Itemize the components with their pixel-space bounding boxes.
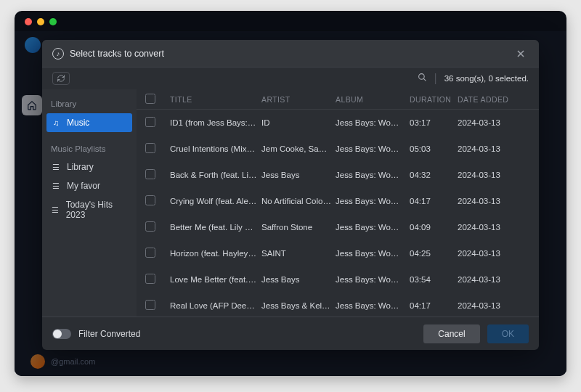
- cell-album: Jess Bays: Women I...: [336, 197, 405, 205]
- sidebar-item-library[interactable]: ☰ Library: [42, 158, 137, 176]
- cell-album: Jess Bays: Women I...: [336, 275, 405, 284]
- cell-duration: 04:09: [410, 223, 453, 232]
- cell-date: 2024-03-13: [458, 275, 516, 284]
- row-checkbox[interactable]: [145, 248, 155, 258]
- filter-converted-toggle[interactable]: [52, 329, 71, 339]
- modal-body: Library ♫ Music Music Playlists ☰ Librar…: [42, 89, 539, 317]
- cell-title: Crying Wolf (feat. Alex ...: [170, 197, 257, 205]
- sidebar-item-label: My favor: [67, 181, 100, 191]
- sidebar-item-label: Music: [67, 118, 89, 128]
- table-row[interactable]: Horizon (feat. Hayley ...SAINTJess Bays:…: [137, 240, 539, 266]
- refresh-button[interactable]: [52, 72, 70, 85]
- sidebar-item-label: Today's Hits 2023: [66, 200, 128, 220]
- cell-artist: Jess Bays & Kelli-L...: [261, 301, 331, 310]
- cell-duration: 03:17: [410, 118, 453, 127]
- app-window: @gmail.com ♪ Select tracks to convert | …: [15, 11, 566, 376]
- cell-artist: SAINT: [261, 249, 331, 258]
- cell-album: Jess Bays: Women I...: [336, 118, 405, 127]
- col-title[interactable]: TITLE: [170, 95, 257, 104]
- cell-album: Jess Bays: Women I...: [336, 249, 405, 258]
- cell-date: 2024-03-13: [458, 144, 516, 153]
- row-checkbox[interactable]: [145, 169, 155, 179]
- cell-title: Better Me (feat. Lily Mc...: [170, 223, 257, 232]
- modal-header: ♪ Select tracks to convert: [42, 40, 539, 68]
- cell-title: Cruel Intentions (Mixed): [170, 144, 257, 153]
- cell-title: Love Me Better (feat. L...: [170, 275, 257, 284]
- row-checkbox[interactable]: [145, 117, 155, 127]
- cell-artist: ID: [261, 118, 331, 127]
- track-table: TITLE ARTIST ALBUM DURATION DATE ADDED I…: [137, 89, 539, 317]
- window-controls: [25, 18, 57, 25]
- cell-duration: 04:17: [410, 301, 453, 310]
- ok-button[interactable]: OK: [487, 324, 529, 343]
- minimize-window-icon[interactable]: [37, 18, 44, 25]
- select-all-checkbox[interactable]: [145, 94, 155, 104]
- selection-count: 36 song(s), 0 selected.: [444, 74, 529, 83]
- cell-artist: Jess Bays: [261, 275, 331, 284]
- cell-duration: 04:32: [410, 171, 453, 179]
- sidebar-item-my-favor[interactable]: ☰ My favor: [42, 176, 137, 195]
- sidebar: Library ♫ Music Music Playlists ☰ Librar…: [42, 89, 137, 317]
- list-icon: ☰: [51, 205, 60, 215]
- modal-toolbar: | 36 song(s), 0 selected.: [42, 68, 539, 89]
- sidebar-heading-library: Library: [42, 97, 137, 113]
- cell-date: 2024-03-13: [458, 301, 516, 310]
- table-row[interactable]: Real Love (AFP Deep Li...Jess Bays & Kel…: [137, 293, 539, 317]
- cell-album: Jess Bays: Women I...: [336, 144, 405, 153]
- cell-duration: 04:25: [410, 249, 453, 258]
- col-artist[interactable]: ARTIST: [261, 95, 331, 104]
- col-album[interactable]: ALBUM: [336, 95, 405, 104]
- col-date[interactable]: DATE ADDED: [458, 95, 516, 104]
- cell-artist: Jem Cooke, Sam D...: [261, 144, 331, 153]
- list-icon: ☰: [51, 181, 61, 191]
- cell-album: Jess Bays: Women I...: [336, 301, 405, 310]
- row-checkbox[interactable]: [145, 143, 155, 153]
- sidebar-item-label: Library: [67, 162, 94, 172]
- music-note-icon: ♪: [52, 48, 64, 60]
- cancel-button[interactable]: Cancel: [423, 324, 479, 343]
- cell-duration: 05:03: [410, 144, 453, 153]
- modal-footer: Filter Converted Cancel OK: [42, 317, 539, 350]
- cell-artist: Jess Bays: [261, 171, 331, 179]
- list-icon: ☰: [51, 163, 61, 172]
- table-row[interactable]: Crying Wolf (feat. Alex ...No Artificial…: [137, 188, 539, 214]
- table-row[interactable]: Better Me (feat. Lily Mc...Saffron Stone…: [137, 214, 539, 240]
- select-tracks-modal: ♪ Select tracks to convert | 36 song(s),…: [42, 40, 539, 350]
- cell-title: ID1 (from Jess Bays: W...: [170, 118, 257, 127]
- cell-date: 2024-03-13: [458, 197, 516, 205]
- cell-date: 2024-03-13: [458, 171, 516, 179]
- close-window-icon[interactable]: [25, 18, 32, 25]
- table-row[interactable]: Love Me Better (feat. L...Jess BaysJess …: [137, 266, 539, 293]
- row-checkbox[interactable]: [145, 221, 155, 232]
- svg-point-0: [418, 74, 424, 80]
- cell-artist: No Artificial Colours: [261, 197, 331, 205]
- close-button[interactable]: [513, 46, 529, 62]
- cell-duration: 03:54: [410, 275, 453, 284]
- music-icon: ♫: [51, 118, 61, 127]
- sidebar-item-todays-hits[interactable]: ☰ Today's Hits 2023: [42, 195, 137, 224]
- search-icon[interactable]: [418, 72, 427, 85]
- col-duration[interactable]: DURATION: [410, 95, 453, 104]
- table-row[interactable]: ID1 (from Jess Bays: W...IDJess Bays: Wo…: [137, 110, 539, 136]
- row-checkbox[interactable]: [145, 300, 155, 310]
- cell-duration: 04:17: [410, 197, 453, 205]
- cell-date: 2024-03-13: [458, 118, 516, 127]
- cell-artist: Saffron Stone: [261, 223, 331, 232]
- cell-date: 2024-03-13: [458, 249, 516, 258]
- table-row[interactable]: Cruel Intentions (Mixed)Jem Cooke, Sam D…: [137, 136, 539, 162]
- cell-date: 2024-03-13: [458, 223, 516, 232]
- row-checkbox[interactable]: [145, 274, 155, 284]
- table-row[interactable]: Back & Forth (feat. Lily ...Jess BaysJes…: [137, 162, 539, 188]
- maximize-window-icon[interactable]: [49, 18, 57, 25]
- table-header: TITLE ARTIST ALBUM DURATION DATE ADDED: [137, 89, 539, 110]
- cell-title: Back & Forth (feat. Lily ...: [170, 171, 257, 179]
- cell-album: Jess Bays: Women I...: [336, 171, 405, 179]
- sidebar-heading-playlists: Music Playlists: [42, 142, 137, 158]
- cell-title: Real Love (AFP Deep Li...: [170, 301, 257, 310]
- row-checkbox[interactable]: [145, 195, 155, 205]
- cell-album: Jess Bays: Women I...: [336, 223, 405, 232]
- sidebar-item-music[interactable]: ♫ Music: [46, 113, 132, 132]
- modal-title: Select tracks to convert: [70, 49, 164, 59]
- divider: |: [434, 72, 437, 85]
- filter-converted-label: Filter Converted: [78, 329, 140, 339]
